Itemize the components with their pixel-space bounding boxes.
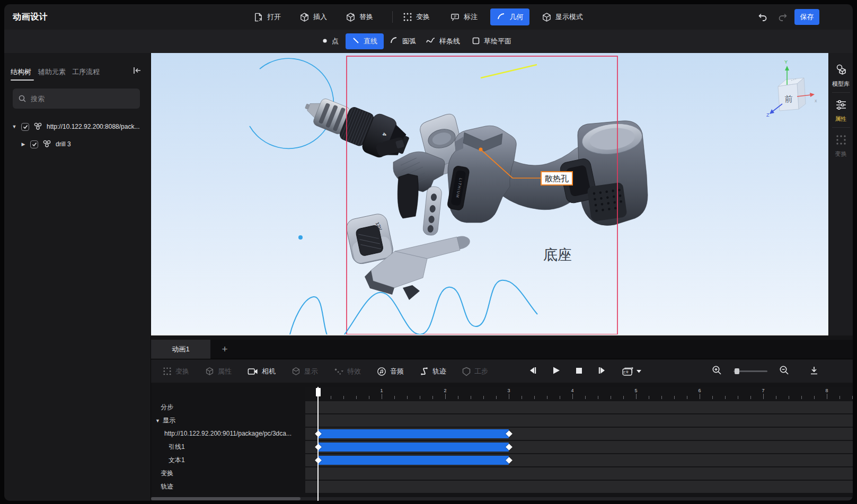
- search-box[interactable]: [13, 89, 140, 109]
- timeline-row-trajectory-group[interactable]: 轨迹: [151, 480, 853, 493]
- checkbox-checked[interactable]: [30, 140, 38, 148]
- open-file-icon: [253, 12, 263, 22]
- drill-model[interactable]: 4 5 6: [298, 87, 648, 300]
- collapse-panel-button[interactable]: [132, 66, 142, 77]
- zoom-out-button[interactable]: [779, 365, 789, 377]
- replace-button[interactable]: 替换: [346, 4, 373, 30]
- drill-chuck: 4 5 6: [298, 87, 413, 166]
- workstep-shield-icon: [462, 367, 471, 376]
- save-button[interactable]: 保存: [794, 9, 819, 25]
- panel-divider: [832, 127, 850, 128]
- caret-down-icon[interactable]: ▼: [155, 418, 160, 423]
- annotate-button[interactable]: 标注: [450, 4, 478, 30]
- sketch-line-yellow[interactable]: [481, 65, 537, 78]
- model-library-button[interactable]: 模型库: [829, 64, 853, 88]
- step-backward-button[interactable]: [528, 366, 537, 377]
- caret-right-icon[interactable]: ▶: [21, 142, 26, 147]
- timeline-properties-button[interactable]: 属性: [205, 367, 232, 376]
- timeline-audio-button[interactable]: 音频: [377, 367, 404, 376]
- axis-x-label: x: [815, 98, 817, 103]
- scrollbar-thumb[interactable]: [151, 497, 301, 500]
- timeline-horizontal-scrollbar[interactable]: [151, 497, 853, 500]
- caret-down-icon[interactable]: ▼: [12, 124, 17, 129]
- active-tab-underline: [11, 79, 34, 81]
- view-cube-face-label: 前: [785, 94, 793, 103]
- keyframe-bar[interactable]: [318, 443, 509, 452]
- trajectory-icon: [420, 367, 429, 376]
- line-tool-button[interactable]: 直线: [346, 33, 384, 49]
- cube-icon: [205, 367, 214, 376]
- tab-structure-tree[interactable]: 结构树: [11, 65, 31, 79]
- keyframe-bar[interactable]: [318, 429, 509, 438]
- slider-thumb[interactable]: [735, 368, 739, 374]
- stop-button[interactable]: [576, 367, 582, 376]
- timeline-transform-button[interactable]: 变换: [163, 367, 189, 376]
- display-mode-cube-icon: [542, 12, 552, 22]
- properties-button[interactable]: 属性: [829, 99, 853, 123]
- timeline-camera-button[interactable]: 相机: [248, 367, 276, 376]
- playback-speed-selector[interactable]: 正常: [622, 366, 641, 377]
- geometry-button[interactable]: 几何: [490, 8, 529, 25]
- arc-tool-button[interactable]: 圆弧: [390, 30, 416, 53]
- zoom-in-button[interactable]: [712, 365, 722, 377]
- transform-panel-button[interactable]: 变换: [829, 134, 853, 158]
- export-download-button[interactable]: [809, 366, 819, 377]
- timeline-row-leader-track[interactable]: 引线1: [151, 440, 853, 454]
- timeline-row-display-group[interactable]: ▼显示: [151, 414, 853, 427]
- tab-process-flow[interactable]: 工序流程: [72, 65, 100, 79]
- tree-item-drill3[interactable]: ▶ drill 3: [4, 138, 151, 151]
- timeline-tab-bar: 动画1 +: [151, 340, 853, 359]
- drill-trigger-assembly: [393, 152, 445, 236]
- timeline-row-transform-group[interactable]: 变换: [151, 467, 853, 480]
- timeline-workstep-button[interactable]: 工步: [462, 367, 488, 376]
- add-animation-tab-button[interactable]: +: [218, 343, 231, 356]
- audio-icon: [377, 367, 386, 376]
- display-cube-icon: [291, 367, 301, 376]
- timeline-trajectory-button[interactable]: 轨迹: [420, 367, 446, 376]
- point-tool-button[interactable]: 点: [322, 30, 339, 53]
- timeline-row-steps[interactable]: 分步: [151, 401, 853, 414]
- arc-icon: [390, 36, 399, 47]
- line-icon: [352, 37, 360, 46]
- display-mode-button[interactable]: 显示模式: [542, 4, 583, 30]
- insert-cube-icon: [299, 12, 310, 22]
- keyframe-bar[interactable]: [318, 456, 509, 465]
- timeline-display-button[interactable]: 显示: [291, 367, 318, 376]
- assembly-icon: [42, 139, 51, 149]
- callout-text: 散热孔: [544, 174, 569, 183]
- undo-button[interactable]: [756, 12, 768, 23]
- sketch-point[interactable]: [298, 235, 303, 240]
- sketch-plane-tool-button[interactable]: 草绘平面: [472, 30, 511, 53]
- search-input[interactable]: [31, 95, 121, 103]
- timeline-effects-button[interactable]: 特效: [334, 367, 361, 376]
- geometry-arc-icon: [497, 12, 506, 23]
- animation-tab[interactable]: 动画1: [151, 340, 210, 359]
- tab-auxiliary-elements[interactable]: 辅助元素: [38, 65, 66, 79]
- spline-tool-button[interactable]: 样条线: [426, 30, 460, 53]
- transform-button[interactable]: 变换: [403, 4, 430, 30]
- insert-button[interactable]: 插入: [299, 4, 327, 30]
- view-cube[interactable]: 前 Y x Z: [766, 59, 817, 118]
- viewport-3d[interactable]: 4 5 6: [151, 53, 828, 335]
- timeline-row-text-track[interactable]: 文本1: [151, 454, 853, 467]
- toolbar-divider: [392, 11, 393, 23]
- transform-dots-icon: [835, 134, 847, 146]
- viewport-caption[interactable]: 底座: [543, 247, 572, 263]
- step-forward-button[interactable]: [598, 366, 606, 377]
- playhead-line[interactable]: [317, 387, 319, 501]
- redo-icon: [778, 12, 789, 23]
- playhead-handle[interactable]: [316, 388, 321, 396]
- open-button[interactable]: 打开: [253, 4, 281, 30]
- sketch-plane-icon: [472, 37, 480, 47]
- speed-label-holder: 正常: [622, 368, 631, 375]
- annotation-tag-icon: [450, 12, 460, 22]
- play-button[interactable]: [552, 366, 560, 377]
- viewport-canvas[interactable]: 4 5 6: [151, 53, 828, 334]
- tree-item-package[interactable]: ▼ http://10.122.92.200:8088/pack...: [4, 120, 151, 133]
- timeline-ruler[interactable]: 012345678: [305, 387, 853, 401]
- timeline-zoom-slider[interactable]: [734, 370, 767, 372]
- camera-icon: [248, 367, 258, 376]
- checkbox-checked[interactable]: [21, 123, 29, 131]
- timeline-row-package-track[interactable]: http://10.122.92.200:9011/package/pc/3dc…: [151, 427, 853, 440]
- redo-button[interactable]: [778, 12, 789, 23]
